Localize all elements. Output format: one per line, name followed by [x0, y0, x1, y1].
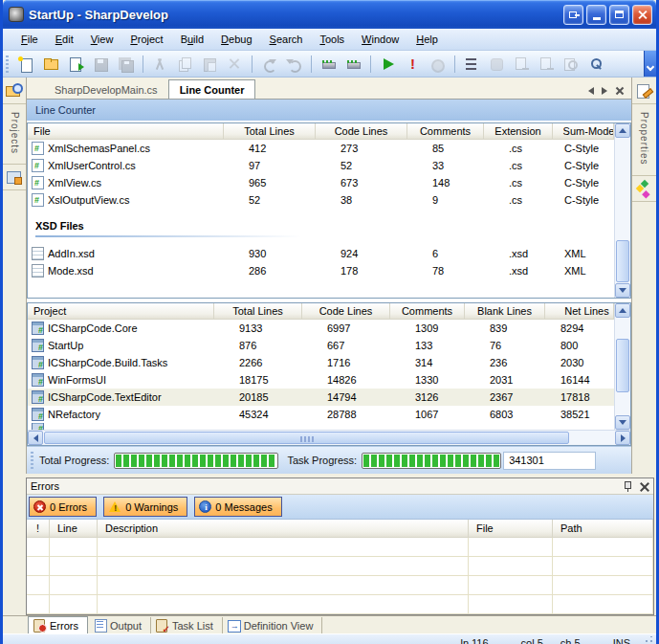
column-header-description[interactable]: Description [98, 520, 469, 538]
project-row[interactable]: ICSharpCode.Build.Tasks 2266 1716 314 23… [28, 354, 614, 371]
minimize-button[interactable] [586, 5, 606, 25]
scroll-right-button[interactable] [615, 431, 630, 445]
blank-lines-cell: 839 [465, 320, 545, 337]
panel-close-icon[interactable] [639, 481, 649, 492]
column-header-path[interactable]: Path [553, 520, 653, 538]
find-icon[interactable] [584, 54, 607, 75]
menu-view[interactable]: View [82, 31, 122, 48]
column-header-total-lines[interactable]: Total Lines [214, 303, 302, 320]
warnings-filter-button[interactable]: 0 Warnings [103, 497, 187, 517]
column-header-code-lines[interactable]: Code Lines [316, 123, 407, 140]
projects-vertical-scrollbar[interactable] [614, 303, 630, 430]
format-lines-icon[interactable] [460, 54, 483, 75]
toolbar-overflow-icon[interactable] [644, 51, 656, 77]
files-vertical-scrollbar[interactable] [614, 123, 630, 298]
project-row[interactable]: ICSharpCode.TextEditor 20185 14794 3126 … [28, 389, 614, 406]
menu-debug[interactable]: Debug [212, 31, 260, 48]
column-header-code-lines[interactable]: Code Lines [302, 303, 390, 320]
tab-scroll-right-icon[interactable] [602, 87, 607, 95]
column-header-file[interactable]: File [28, 123, 224, 140]
arrow-down-icon [619, 420, 626, 425]
tab-scroll-left-icon[interactable] [588, 87, 594, 95]
column-header-comments[interactable]: Comments [390, 303, 465, 320]
extension-cell: .cs [484, 191, 553, 209]
column-header-severity[interactable]: ! [27, 520, 50, 538]
new-file-icon[interactable] [14, 54, 37, 75]
tab-sharpdevelopmain-cs[interactable]: SharpDevelopMain.cs [44, 80, 168, 99]
open-file-icon[interactable] [39, 54, 62, 75]
menu-build[interactable]: Build [172, 31, 212, 48]
column-header-file[interactable]: File [469, 520, 553, 538]
net-lines-cell [545, 423, 614, 430]
column-header-extension[interactable]: Extension [484, 123, 553, 140]
maximize-button[interactable] [609, 5, 629, 25]
project-name: ICSharpCode.Core [48, 322, 138, 334]
scrollbar-thumb[interactable] [616, 240, 629, 282]
toolbox-rail-tab[interactable] [632, 175, 656, 202]
menu-tools[interactable]: Tools [311, 31, 353, 48]
menu-search[interactable]: Search [261, 31, 312, 48]
scrollbar-thumb[interactable] [44, 432, 569, 444]
errors-filter-button[interactable]: 0 Errors [29, 497, 97, 517]
total-lines-cell: 286 [224, 262, 316, 279]
scroll-up-button[interactable] [615, 303, 630, 318]
scrollbar-thumb[interactable] [616, 339, 629, 392]
classes-rail-tab[interactable] [3, 164, 26, 190]
tab-errors[interactable]: Errors [28, 616, 88, 633]
tab-task-list[interactable]: Task List [151, 617, 223, 633]
build-icon[interactable] [317, 54, 340, 75]
project-row[interactable]: StartUp 876 667 133 76 800 [28, 337, 614, 354]
menu-file[interactable]: File [12, 31, 47, 48]
column-header-net-lines[interactable]: Net Lines [545, 303, 614, 320]
tab-definition-view[interactable]: Definition View [223, 617, 323, 633]
menu-help[interactable]: Help [407, 31, 447, 48]
properties-rail-tab[interactable] [632, 78, 656, 104]
tab-output[interactable]: Output [89, 617, 151, 633]
column-header-sum-mode[interactable]: Sum-Mode [553, 123, 614, 140]
build-all-icon[interactable] [341, 54, 364, 75]
file-row[interactable]: AddIn.xsd 930 924 6 .xsd XML [28, 245, 614, 262]
scroll-down-button[interactable] [615, 283, 630, 298]
horizontal-scrollbar[interactable] [28, 430, 630, 445]
document-area: SharpDevelopMain.cs Line Counter Line Co… [27, 78, 631, 474]
file-row[interactable]: XmlUserControl.cs 97 52 33 .cs C-Style [28, 157, 614, 174]
xsd-files-group-header: XSD Files [28, 220, 614, 237]
pin-icon[interactable] [622, 480, 633, 493]
toolbar-grip[interactable] [6, 56, 9, 73]
resize-grip[interactable] [642, 636, 654, 644]
scroll-up-button[interactable] [615, 123, 630, 138]
file-row[interactable]: Mode.xsd 286 178 78 .xsd XML [28, 262, 614, 279]
tab-close-icon[interactable] [615, 86, 624, 95]
close-button[interactable] [632, 5, 652, 25]
project-row[interactable]: NRefactory 45324 28788 1067 6803 38521 [28, 406, 614, 423]
column-header-line[interactable]: Line [50, 520, 98, 538]
project-row[interactable] [28, 423, 614, 430]
file-row[interactable]: XmlSchemasPanel.cs 412 273 85 .cs C-Styl… [28, 140, 614, 157]
column-header-total-lines[interactable]: Total Lines [224, 123, 316, 140]
menu-project[interactable]: Project [121, 31, 171, 48]
undock-button[interactable] [563, 5, 583, 25]
progress-grip[interactable] [31, 452, 33, 469]
file-row[interactable]: XslOutputView.cs 52 38 9 .cs C-Style [28, 191, 614, 209]
project-row[interactable]: ICSharpCode.Core 9133 6997 1309 839 8294 [28, 320, 614, 337]
file-row[interactable]: XmlView.cs 965 673 148 .cs C-Style [28, 174, 614, 191]
projects-rail-tab[interactable] [3, 78, 26, 104]
menu-bar: File Edit View Project Build Debug Searc… [3, 29, 656, 51]
properties-rail-label[interactable]: Properties [639, 104, 649, 173]
menu-window[interactable]: Window [353, 31, 407, 48]
column-header-blank-lines[interactable]: Blank Lines [465, 303, 545, 320]
new-from-template-icon[interactable] [64, 54, 87, 75]
projects-rail-label[interactable]: Projects [10, 104, 20, 162]
messages-filter-button[interactable]: 0 Messages [194, 497, 281, 517]
stop-build-icon[interactable] [401, 54, 424, 75]
filter-button-label: 0 Errors [50, 501, 87, 513]
column-header-comments[interactable]: Comments [407, 123, 484, 140]
run-icon[interactable] [376, 54, 399, 75]
menu-edit[interactable]: Edit [47, 31, 82, 48]
scroll-down-button[interactable] [615, 415, 630, 430]
project-row[interactable]: WinFormsUI 18175 14826 1330 2031 16144 [28, 371, 614, 389]
scroll-left-button[interactable] [28, 431, 43, 445]
tab-line-counter[interactable]: Line Counter [168, 79, 256, 99]
e-msg [199, 500, 211, 513]
column-header-project[interactable]: Project [28, 303, 214, 320]
